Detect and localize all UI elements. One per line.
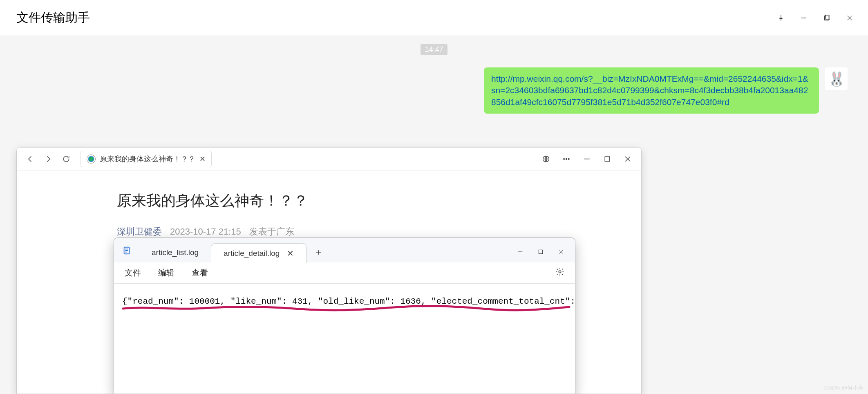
close-icon[interactable] <box>845 13 854 22</box>
minimize-icon[interactable] <box>799 13 808 22</box>
browser-maximize-icon[interactable] <box>603 154 612 163</box>
maximize-icon[interactable] <box>822 13 831 22</box>
browser-tab-title: 原来我的身体这么神奇！？？ <box>100 154 195 164</box>
tab-close-icon[interactable]: ✕ <box>199 154 206 163</box>
svg-point-8 <box>568 158 570 159</box>
article-meta: 深圳卫健委 2023-10-17 21:15 发表于广东 <box>117 226 641 238</box>
notepad-menubar: 文件 编辑 查看 <box>114 262 575 284</box>
notepad-maximize-icon[interactable] <box>537 248 545 256</box>
article-author[interactable]: 深圳卫健委 <box>117 226 162 238</box>
settings-gear-icon[interactable] <box>555 267 564 278</box>
pin-icon[interactable] <box>776 13 785 22</box>
article-content: 原来我的身体这么神奇！？？ 深圳卫健委 2023-10-17 21:15 发表于… <box>17 170 641 238</box>
annotation-underline <box>122 304 567 312</box>
refresh-icon[interactable] <box>60 153 72 165</box>
avatar-emoji: 🐰 <box>828 71 845 87</box>
menu-view[interactable]: 查看 <box>192 267 208 278</box>
notepad-window-controls <box>516 248 575 262</box>
svg-rect-2 <box>825 15 830 19</box>
article-publish-time: 2023-10-17 21:15 <box>170 226 241 237</box>
notepad-tab-inactive[interactable]: article_list.log <box>139 243 211 262</box>
svg-point-23 <box>559 271 561 273</box>
svg-point-6 <box>564 158 565 159</box>
notepad-titlebar: article_list.log article_detail.log ✕ <box>114 238 575 262</box>
window-controls <box>776 13 868 22</box>
notepad-tab-label: article_detail.log <box>224 249 280 258</box>
chat-window-header: 文件传输助手 <box>0 0 868 36</box>
article-publish-location: 发表于广东 <box>249 226 294 238</box>
chat-body: 14:47 http://mp.weixin.qq.com/s?__biz=Mz… <box>0 36 868 394</box>
menu-file[interactable]: 文件 <box>125 267 141 278</box>
back-icon[interactable] <box>24 153 36 165</box>
article-title: 原来我的身体这么神奇！？？ <box>117 191 641 211</box>
browser-close-icon[interactable] <box>623 154 632 163</box>
notepad-close-icon[interactable] <box>557 248 565 256</box>
svg-rect-1 <box>825 16 829 20</box>
browser-nav <box>20 153 76 165</box>
more-icon[interactable] <box>562 154 571 163</box>
browser-right-controls <box>541 154 638 163</box>
browser-toolbar: 原来我的身体这么神奇！？？ ✕ <box>17 148 641 170</box>
browser-minimize-icon[interactable] <box>582 154 591 163</box>
notepad-tab-close-icon[interactable]: ✕ <box>287 248 294 258</box>
watermark: CSDN @何小有 <box>824 384 864 392</box>
chat-timestamp: 14:47 <box>421 44 447 55</box>
favicon-icon <box>87 154 96 163</box>
notepad-app-icon <box>121 245 132 256</box>
message-link-text[interactable]: http://mp.weixin.qq.com/s?__biz=MzIxNDA0… <box>491 74 808 107</box>
notepad-new-tab-icon[interactable] <box>306 248 330 257</box>
chat-title: 文件传输助手 <box>16 9 90 26</box>
svg-rect-10 <box>605 157 610 161</box>
svg-rect-20 <box>539 250 542 253</box>
message-bubble[interactable]: http://mp.weixin.qq.com/s?__biz=MzIxNDA0… <box>484 67 819 114</box>
message-row: http://mp.weixin.qq.com/s?__biz=MzIxNDA0… <box>0 55 868 114</box>
globe-icon[interactable] <box>541 154 550 163</box>
notepad-tab-active[interactable]: article_detail.log ✕ <box>211 243 306 263</box>
notepad-window: article_list.log article_detail.log ✕ 文件… <box>114 237 575 394</box>
forward-icon[interactable] <box>42 153 54 165</box>
notepad-tab-label: article_list.log <box>152 248 199 257</box>
avatar[interactable]: 🐰 <box>825 67 848 90</box>
svg-point-7 <box>566 158 567 159</box>
notepad-content[interactable]: {"read_num": 100001, "like_num": 431, "o… <box>114 284 575 325</box>
menu-edit[interactable]: 编辑 <box>158 267 174 278</box>
notepad-minimize-icon[interactable] <box>516 248 524 256</box>
browser-tab[interactable]: 原来我的身体这么神奇！？？ ✕ <box>81 151 212 167</box>
